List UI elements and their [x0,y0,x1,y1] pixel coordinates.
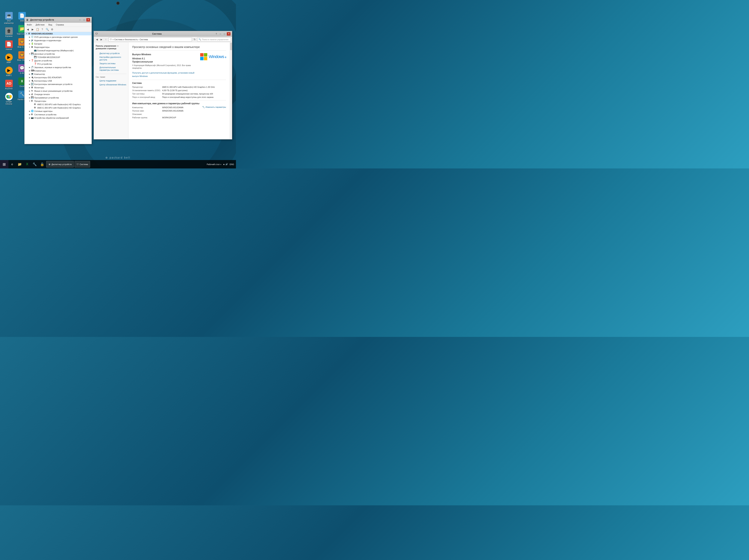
taskbar-devmgr-icon: 🖥 [48,163,50,165]
pb-logo-symbol: ⊛ [105,156,110,159]
icon-computer[interactable]: 💻 Этот компьютер [3,11,15,25]
link-device-manager[interactable]: Диспетчер устройств [96,51,126,55]
devmgr-minimize-button[interactable]: ─ [78,18,82,22]
tree-item-dvd[interactable]: ▶ 💿 DVD-дисководы и дисководы компакт-ди… [24,36,91,39]
tree-item-batteries[interactable]: ▶ 🔋 Батареи [24,42,91,45]
icon-aimp[interactable]: ▶ AIMP [3,53,15,64]
tree-item-sound[interactable]: ▶ 🎵 Звуковые, игровые и видеоустройства [24,66,91,69]
link-advanced-params[interactable]: Дополнительные параметры системы [96,66,126,72]
link-remote-access[interactable]: Настройка удаленного доступа [96,55,126,62]
upgrade-link[interactable]: Получить доступ к дополнительным функция… [132,72,194,77]
left-panel-title: Панель управления — домашняя страница [96,45,126,50]
fullname-value: WINDOWS-8GUDAMA [162,110,200,112]
change-params-link[interactable]: 🔧 Изменить параметры [202,106,226,108]
search-icon: 🔍 [198,38,201,41]
tree-item-pci[interactable]: ❓ PCI-устройство [24,62,91,66]
tree-item-videoadapters[interactable]: ▼ 🖥 Видеоадаптеры [24,45,91,49]
taskbar-explorer-button[interactable]: 📁 [16,160,23,169]
fullname-label: Полное имя: [132,110,162,112]
system-minimize-button[interactable]: ─ [218,32,222,36]
taskbar-tools-button[interactable]: 🔧 [31,160,38,169]
system-title-icon: 🛡 [95,32,98,36]
tree-item-cpu1[interactable]: ⚙ AMD E-300 APU with Radeon(tm) HD Graph… [24,103,91,106]
addr-forward-button[interactable]: ▶ [100,38,103,41]
devmgr-close-button[interactable]: ✕ [86,18,90,22]
description-row: Описание: [132,113,200,115]
devmgr-titlebar[interactable]: 🖥 Диспетчер устройств ─ □ ✕ [24,17,91,23]
tree-item-monitors[interactable]: ▶ 🖥 Мониторы [24,86,91,89]
taskbar-ie-button[interactable]: e [8,160,16,169]
system-titlebar[interactable]: 🛡 Система ? ─ □ ✕ [94,31,232,37]
device-manager-window: 🖥 Диспетчер устройств ─ □ ✕ Файл Действи… [24,17,92,144]
toolbar-properties[interactable]: 📋 [36,27,40,31]
taskbar-security-button[interactable]: 🔒 [38,160,46,169]
toolbar-extra[interactable]: ⚙ [50,27,54,31]
tree-item-mice[interactable]: ▶ 🖱 Мыши и иные указывающие устройства [24,89,91,93]
icon-chrome[interactable]: Google Chrome [3,92,15,106]
taskbar-desktop-text[interactable]: Рабочий стол » [207,163,221,165]
toolbar-back[interactable]: ◀ [26,27,30,31]
system-scrollbar[interactable] [230,42,232,139]
tree-item-storagecontrollers[interactable]: ▶ 💽 Контроллеры запоминающих устройств [24,83,91,86]
addr-text: « Система и безопасность › Система [112,38,148,41]
tree-item-basicvideo[interactable]: 📺 Базовый видеоадаптер (Майкрософт) [24,49,91,52]
system-close-button[interactable]: ✕ [227,32,231,36]
link-windows-update[interactable]: Центр обновления Windows [96,83,126,87]
devmgr-menu-view[interactable]: Вид [47,23,53,26]
addr-back-button[interactable]: ◀ [95,38,99,41]
change-icon: 🔧 [202,106,205,108]
tree-item-softwaredevices[interactable]: ▶ 💾 Программные устройства [24,96,91,99]
taskbar-lang: ENG [230,163,234,165]
link-support-center[interactable]: Центр поддержки [96,79,126,83]
toolbar-forward[interactable]: ▶ [30,27,35,31]
address-bar[interactable]: 🛡 « Система и безопасность › Система [108,38,192,42]
tree-item-systemdevices[interactable]: ▶ ⚙ Системные устройства [24,113,91,116]
devmgr-tree-content[interactable]: ▼ 🖥 WINDOWS-8GUDAMA ▶ 💿 DVD-дисководы и … [24,32,91,144]
start-button[interactable]: ⊞ [0,160,8,169]
toolbar-help[interactable]: ? [40,27,44,31]
devmgr-menu-help[interactable]: Справка [54,23,65,26]
devmgr-menu-action[interactable]: Действие [34,23,46,26]
systemtype-row: Тип системы: 64-разрядная операционная с… [132,93,226,95]
icon-aimp2[interactable]: ▶ AIMP2 [3,66,15,77]
tree-item-computer[interactable]: ▶ 💻 Компьютер [24,72,91,76]
ram-row: Установленная память (ОЗУ): 4,00 ГБ (3,5… [132,89,226,91]
tree-item-usb[interactable]: ▶ 🔌 Контроллеры USB [24,79,91,83]
tree-item-imagingdevices[interactable]: ▶ 📷 Устройства обработки изображений [24,116,91,119]
tree-item-printqueues[interactable]: ▶ 🖨 Очереди печати [24,93,91,96]
tree-item-networkadapters[interactable]: ▶ 🌐 Сетевые адаптеры [24,110,91,113]
taskbar-tray-icons: ▲ 🔊 [223,163,228,165]
toolbar-scan[interactable]: 🔍 [45,27,49,31]
tree-item-cpu2[interactable]: ⚙ AMD E-300 APU with Radeon(tm) HD Graph… [24,106,91,110]
svg-point-3 [8,96,10,97]
system-help-button[interactable]: ? [214,32,218,36]
taskbar-excel-button[interactable]: X [23,160,31,169]
link-system-protection[interactable]: Защита системы [96,62,126,65]
addr-refresh-button[interactable]: ↻ [193,38,196,41]
tree-item-audio[interactable]: ▶ 🔊 Аудиовходы и аудиовыходы [24,39,91,42]
tree-item-diskdrives[interactable]: ▼ 💾 Дисковые устройства [24,52,91,55]
windows-edition-heading: Выпуск Windows [132,53,198,56]
icon-trash[interactable]: 🗑 Корзина [3,27,15,38]
scrollbar-thumb[interactable] [230,43,232,50]
tree-item-root[interactable]: ▼ 🖥 WINDOWS-8GUDAMA [24,32,91,36]
taskbar-devmgr-app[interactable]: 🖥 Диспетчер устройств [46,161,74,167]
system-left-panel: Панель управления — домашняя страница Ди… [94,42,128,139]
addr-search-box[interactable]: 🔍 Поиск в панели управления [197,38,231,42]
system-main-title: Просмотр основных сведений о вашем компь… [132,45,226,50]
icon-anydesk[interactable]: AD AnyDesk [3,79,15,91]
icon-manual[interactable]: 📄 manual [3,40,15,51]
devmgr-menu-file[interactable]: Файл [25,23,33,26]
tree-item-processors[interactable]: ▼ ⚙ Процессоры [24,99,91,103]
tree-item-ide[interactable]: ▶ 🔌 Контроллеры IDE ATA/ATAPI [24,76,91,79]
addr-up-button[interactable]: ↑ [104,38,108,41]
system-maximize-button[interactable]: □ [223,32,227,36]
system-window-controls: ? ─ □ ✕ [214,32,231,36]
tree-item-toshiba[interactable]: 💾 TOSHIBA MK3259GSXP [24,55,91,59]
tree-item-keyboards[interactable]: ▶ ⌨ Клавиатуры [24,69,91,72]
tree-item-otherdevices[interactable]: ▼ ❓ Другие устройства [24,59,91,62]
desktop-icons-col1: 💻 Этот компьютер 🗑 Корзина 📄 manual ▶ AI… [3,11,15,106]
devmgr-maximize-button[interactable]: □ [82,18,86,22]
processor-value: AMD E-300 APU with Radeon(tm) HD Graphic… [162,86,226,88]
taskbar-system-app[interactable]: 🛡 Система [74,161,90,167]
